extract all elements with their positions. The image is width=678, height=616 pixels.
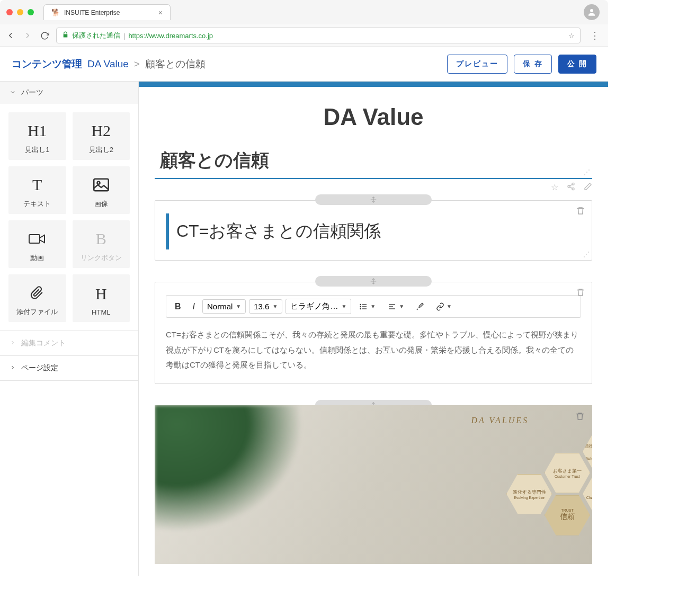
chevron-right-icon bbox=[10, 364, 16, 372]
delete-block-icon[interactable] bbox=[576, 288, 585, 299]
close-window-button[interactable] bbox=[6, 9, 13, 15]
hexagon-tile-center: TRUST 信頼 bbox=[545, 495, 590, 535]
attachment-icon bbox=[30, 282, 44, 304]
drag-handle[interactable] bbox=[315, 194, 432, 205]
list-button[interactable]: ▼ bbox=[354, 300, 380, 313]
italic-button[interactable]: I bbox=[189, 300, 199, 314]
h2-icon: H2 bbox=[91, 120, 111, 142]
svg-point-2 bbox=[97, 182, 100, 184]
sidebar-item-edit-comment: 編集コメント bbox=[0, 331, 138, 355]
chevron-down-icon: ▼ bbox=[447, 303, 452, 309]
reload-button[interactable] bbox=[39, 30, 50, 41]
part-label: テキスト bbox=[23, 199, 51, 209]
canvas-accent-bar bbox=[139, 82, 608, 87]
hexagon-tile: お客さま第一 Customer Trust bbox=[545, 453, 590, 493]
resize-handle-icon[interactable]: ⋰ bbox=[583, 251, 590, 258]
text-icon: T bbox=[32, 174, 42, 196]
richtext-body[interactable]: CT=お客さまとの信頼関係こそが、我々の存続と発展の最も重要な礎。多忙やトラブル… bbox=[166, 327, 581, 373]
chevron-down-icon: ▼ bbox=[370, 303, 376, 309]
address-bar[interactable]: 保護された通信 | https://www.dreamarts.co.jp ☆ bbox=[56, 28, 581, 43]
video-icon bbox=[29, 228, 46, 250]
link-button[interactable]: ▼ bbox=[432, 300, 456, 313]
style-select[interactable]: Normal▼ bbox=[202, 299, 246, 314]
image-banner-text: DA VALUES bbox=[471, 416, 529, 425]
part-tile-video[interactable]: 動画 bbox=[8, 220, 66, 268]
tab-favicon-icon: 🐕 bbox=[51, 8, 60, 17]
url-text: https://www.dreamarts.co.jp bbox=[128, 32, 213, 40]
lock-icon bbox=[62, 31, 69, 40]
link-button-icon: B bbox=[96, 228, 106, 250]
content-block-image[interactable]: DA VALUES お客さま第一 Customer Trust 自律とリーダーシ… bbox=[155, 405, 592, 564]
part-tile-link-button: B リンクボタン bbox=[73, 220, 130, 268]
resize-handle-icon[interactable]: ⋰ bbox=[584, 168, 590, 176]
delete-block-icon[interactable] bbox=[575, 412, 585, 423]
part-label: 見出し1 bbox=[25, 145, 49, 155]
edit-icon[interactable] bbox=[584, 182, 592, 193]
maximize-window-button[interactable] bbox=[28, 9, 34, 15]
edit-comment-label: 編集コメント bbox=[21, 338, 66, 348]
chevron-down-icon: ▼ bbox=[399, 303, 404, 309]
star-icon[interactable]: ☆ bbox=[551, 182, 558, 193]
window-controls bbox=[6, 9, 34, 15]
sidebar-item-page-settings[interactable]: ページ設定 bbox=[0, 356, 138, 380]
bookmark-star-icon[interactable]: ☆ bbox=[568, 32, 575, 40]
font-size-value: 13.6 bbox=[254, 302, 269, 311]
tab-close-icon[interactable]: × bbox=[158, 8, 163, 17]
forward-button[interactable] bbox=[22, 30, 33, 41]
svg-line-8 bbox=[570, 187, 573, 189]
part-tile-h2[interactable]: H2 見出し2 bbox=[73, 112, 130, 160]
part-tile-html[interactable]: H HTML bbox=[73, 274, 130, 322]
html-icon: H bbox=[95, 283, 107, 305]
sidebar: パーツ H1 見出し1 H2 見出し2 T テキスト bbox=[0, 82, 139, 576]
content-block-heading[interactable]: CT=お客さまとの信頼関係 ⋰ bbox=[155, 200, 592, 261]
svg-line-7 bbox=[570, 184, 573, 186]
save-button[interactable]: 保 存 bbox=[514, 55, 552, 74]
url-separator: | bbox=[123, 32, 125, 40]
profile-avatar-icon[interactable] bbox=[584, 4, 600, 20]
browser-menu-icon[interactable]: ⋮ bbox=[587, 30, 603, 41]
preview-button[interactable]: プレビュー bbox=[447, 55, 507, 74]
color-picker-button[interactable] bbox=[412, 300, 429, 313]
part-label: 見出し2 bbox=[89, 145, 113, 155]
svg-point-11 bbox=[360, 308, 361, 309]
part-tile-attachment[interactable]: 添付ファイル bbox=[8, 274, 66, 322]
h1-icon: H1 bbox=[28, 120, 47, 142]
part-tile-text[interactable]: T テキスト bbox=[8, 166, 66, 214]
image-decor-plant bbox=[155, 405, 303, 532]
subtitle-text: 顧客との信頼 bbox=[160, 148, 587, 173]
heading-text[interactable]: CT=お客さまとの信頼関係 bbox=[166, 213, 581, 249]
browser-tab[interactable]: 🐕 INSUITE Enterprise × bbox=[43, 4, 171, 20]
svg-point-4 bbox=[572, 183, 574, 185]
back-button[interactable] bbox=[5, 30, 16, 41]
svg-rect-3 bbox=[29, 235, 40, 243]
part-tile-image[interactable]: 画像 bbox=[73, 166, 130, 214]
font-size-select[interactable]: 13.6▼ bbox=[249, 299, 282, 314]
page-settings-label: ページ設定 bbox=[21, 363, 58, 373]
subtitle-field[interactable]: 顧客との信頼 ⋰ ☆ bbox=[155, 145, 592, 179]
svg-point-6 bbox=[572, 188, 574, 190]
bold-button[interactable]: B bbox=[171, 300, 185, 314]
minimize-window-button[interactable] bbox=[17, 9, 23, 15]
image-icon bbox=[93, 174, 109, 196]
hexagon-tile: 進化する専門性 Evolving Expertise bbox=[506, 474, 552, 514]
part-tile-h1[interactable]: H1 見出し1 bbox=[8, 112, 66, 160]
chevron-down-icon: ▼ bbox=[236, 303, 241, 309]
part-label: 添付ファイル bbox=[16, 307, 58, 317]
svg-point-0 bbox=[590, 9, 593, 12]
delete-block-icon[interactable] bbox=[576, 206, 585, 218]
chevron-down-icon: ▼ bbox=[272, 303, 278, 309]
share-icon[interactable] bbox=[567, 182, 575, 193]
chevron-down-icon bbox=[10, 88, 16, 97]
align-button[interactable]: ▼ bbox=[383, 300, 408, 313]
chevron-right-icon bbox=[10, 339, 16, 347]
font-family-select[interactable]: ヒラギノ角…▼ bbox=[286, 299, 351, 314]
content-block-richtext[interactable]: B I Normal▼ 13.6▼ ヒラギノ角…▼ ▼ bbox=[155, 282, 592, 384]
breadcrumb-link[interactable]: DA Value bbox=[87, 58, 129, 70]
drag-handle[interactable] bbox=[315, 276, 432, 287]
svg-point-9 bbox=[360, 304, 361, 305]
svg-point-10 bbox=[360, 306, 361, 307]
parts-label: パーツ bbox=[21, 88, 43, 97]
breadcrumb-root[interactable]: コンテンツ管理 bbox=[12, 57, 82, 71]
parts-section-header[interactable]: パーツ bbox=[0, 82, 138, 104]
publish-button[interactable]: 公 開 bbox=[558, 55, 596, 74]
